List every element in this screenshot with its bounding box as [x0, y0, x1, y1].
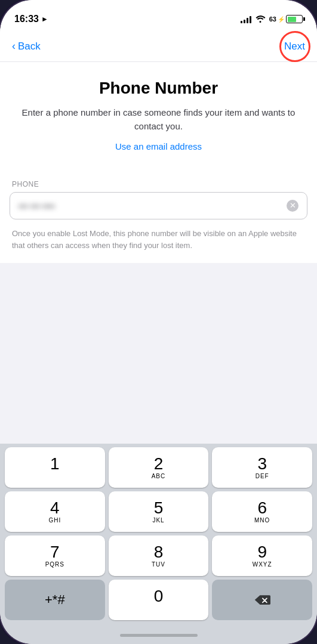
key-6-letters: MNO	[254, 517, 270, 524]
back-button[interactable]: ‹ Back	[12, 40, 41, 52]
key-2-number: 2	[154, 456, 164, 472]
content-area: Phone Number Enter a phone number in cas…	[0, 62, 317, 180]
home-bar	[120, 634, 198, 637]
key-3-number: 3	[257, 456, 267, 472]
key-7-number: 7	[50, 544, 60, 561]
status-time: 16:33 ►	[14, 14, 48, 24]
key-5-letters: JKL	[152, 517, 164, 524]
signal-bar-1	[241, 21, 242, 23]
key-2-letters: ABC	[152, 473, 166, 480]
key-4-number: 4	[50, 500, 60, 516]
content-spacer	[0, 263, 317, 444]
status-icons: 63 ⚡	[241, 14, 303, 24]
home-indicator	[0, 626, 317, 644]
delete-icon	[254, 594, 270, 606]
key-6-number: 6	[257, 500, 267, 516]
key-5-number: 5	[154, 500, 164, 516]
wifi-icon	[255, 14, 266, 24]
next-button[interactable]: Next	[284, 41, 305, 52]
time-display: 16:33	[14, 14, 39, 24]
key-symbols[interactable]: +*#	[5, 580, 105, 620]
email-link[interactable]: Use an email address	[14, 141, 303, 151]
back-label: Back	[18, 41, 41, 52]
phone-label: PHONE	[10, 180, 307, 188]
key-4[interactable]: 4 GHI	[5, 491, 105, 532]
key-0-number: 0	[154, 588, 164, 605]
info-text: Once you enable Lost Mode, this phone nu…	[0, 219, 317, 263]
chevron-left-icon: ‹	[12, 40, 16, 52]
page-description: Enter a phone number in case someone fin…	[14, 106, 303, 133]
phone-input-row[interactable]: ••• ••• •••• ✕	[10, 192, 307, 219]
key-3-letters: DEF	[256, 473, 269, 480]
numpad-grid: 1 2 ABC 3 DEF 4 GHI 5 JKL	[2, 447, 315, 620]
phone-frame: 16:33 ► 63	[0, 0, 317, 644]
key-8[interactable]: 8 TUV	[109, 535, 209, 576]
battery-indicator: 63 ⚡	[269, 15, 303, 23]
key-delete[interactable]	[212, 580, 312, 620]
key-7[interactable]: 7 PQRS	[5, 535, 105, 576]
key-9-number: 9	[257, 544, 267, 561]
key-1-number: 1	[50, 456, 60, 472]
key-9-letters: WXYZ	[253, 561, 272, 568]
page-title: Phone Number	[14, 79, 303, 98]
location-icon: ►	[41, 15, 48, 23]
key-1[interactable]: 1	[5, 447, 105, 488]
phone-value: ••• ••• ••••	[19, 201, 282, 211]
signal-bar-4	[250, 16, 251, 23]
key-8-number: 8	[154, 544, 164, 561]
navigation-bar: ‹ Back Next	[0, 31, 317, 62]
next-button-container: Next	[284, 41, 305, 52]
key-7-letters: PQRS	[45, 561, 64, 568]
key-3[interactable]: 3 DEF	[212, 447, 312, 488]
signal-bar-3	[247, 18, 248, 23]
signal-bar-2	[244, 20, 245, 23]
signal-bars	[241, 15, 251, 23]
battery-percent: 63	[269, 16, 276, 23]
key-symbols-label: +*#	[45, 593, 65, 606]
clear-button[interactable]: ✕	[287, 200, 298, 212]
phone-screen: 16:33 ► 63	[0, 0, 317, 644]
battery-bolt: ⚡	[278, 16, 285, 23]
key-0[interactable]: 0	[109, 580, 209, 620]
clear-icon: ✕	[290, 202, 296, 209]
input-section: PHONE ••• ••• •••• ✕	[0, 180, 317, 219]
key-2[interactable]: 2 ABC	[109, 447, 209, 488]
key-5[interactable]: 5 JKL	[109, 491, 209, 532]
battery-fill	[288, 17, 296, 22]
key-4-letters: GHI	[48, 517, 61, 524]
key-6[interactable]: 6 MNO	[212, 491, 312, 532]
battery-icon	[286, 15, 303, 23]
status-bar: 16:33 ► 63	[0, 0, 317, 31]
numpad: 1 2 ABC 3 DEF 4 GHI 5 JKL	[0, 444, 317, 626]
key-9[interactable]: 9 WXYZ	[212, 535, 312, 576]
main-content: Phone Number Enter a phone number in cas…	[0, 62, 317, 444]
key-8-letters: TUV	[152, 561, 165, 568]
